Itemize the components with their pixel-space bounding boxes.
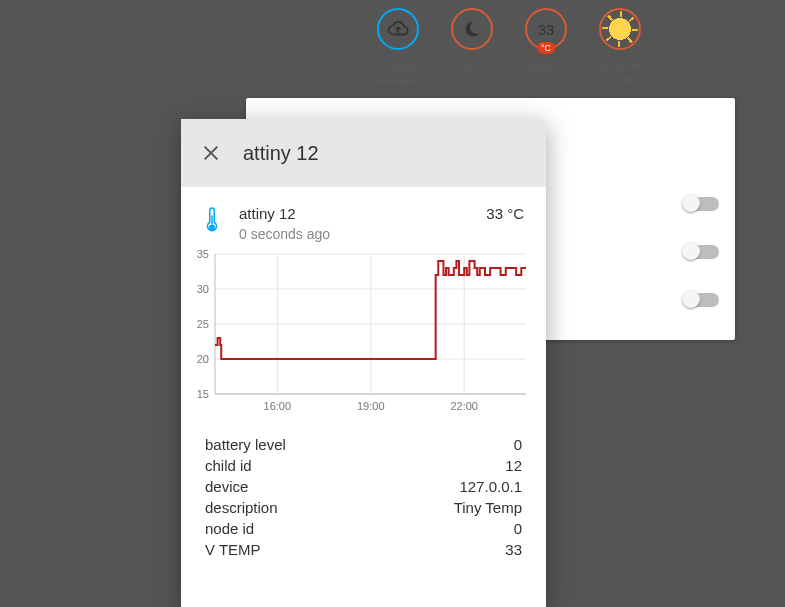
sensor-summary: attiny 12 0 seconds ago 33 °C <box>181 187 546 248</box>
dialog-title: attiny 12 <box>243 142 319 165</box>
attr-value: 12 <box>505 455 522 476</box>
svg-text:15: 15 <box>197 388 209 400</box>
badge-label: Update Available <box>376 60 420 88</box>
attributes-table: battery level0 child id12 device127.0.0.… <box>181 418 546 560</box>
attr-value: 0 <box>514 434 522 455</box>
badge-row: Update Available Sun 33 °C attiny 12 Wea… <box>370 8 648 88</box>
sensor-age: 0 seconds ago <box>239 226 468 242</box>
chart-svg: 152025303516:0019:0022:00 <box>185 248 532 418</box>
attr-value: 127.0.0.1 <box>459 476 522 497</box>
svg-point-1 <box>209 225 215 231</box>
attr-row: child id12 <box>205 455 522 476</box>
attr-value: 33 <box>505 539 522 560</box>
svg-text:16:00: 16:00 <box>264 400 292 412</box>
svg-text:30: 30 <box>197 283 209 295</box>
badge-update[interactable]: Update Available <box>370 8 426 88</box>
dialog-header: attiny 12 <box>181 119 546 187</box>
moon-icon <box>462 19 482 39</box>
attr-key: V TEMP <box>205 539 261 560</box>
attr-row: device127.0.0.1 <box>205 476 522 497</box>
attr-row: node id0 <box>205 518 522 539</box>
attr-row: V TEMP33 <box>205 539 522 560</box>
attr-key: battery level <box>205 434 286 455</box>
sensor-name: attiny 12 <box>239 205 468 222</box>
badge-label: attiny 12 <box>525 60 567 74</box>
cloud-upload-icon <box>387 18 409 40</box>
attr-row: battery level0 <box>205 434 522 455</box>
attr-value: 0 <box>514 518 522 539</box>
close-icon[interactable] <box>201 143 221 163</box>
history-chart: 152025303516:0019:0022:00 <box>181 248 546 418</box>
attr-key: device <box>205 476 248 497</box>
toggle-switch[interactable] <box>683 244 719 260</box>
attr-row: descriptionTiny Temp <box>205 497 522 518</box>
attr-key: node id <box>205 518 254 539</box>
badge-unit-pill: °C <box>537 42 555 54</box>
svg-text:20: 20 <box>197 353 209 365</box>
badge-value: 33 <box>538 21 555 38</box>
attr-value: Tiny Temp <box>454 497 522 518</box>
attr-key: child id <box>205 455 252 476</box>
sensor-value: 33 °C <box>486 205 524 222</box>
toggle-switch[interactable] <box>683 292 719 308</box>
badge-sun-state[interactable]: Sun <box>444 8 500 88</box>
thermometer-icon <box>203 205 221 235</box>
svg-rect-0 <box>211 216 213 225</box>
sun-icon <box>606 15 634 43</box>
svg-text:35: 35 <box>197 248 209 260</box>
badge-attiny[interactable]: 33 °C attiny 12 <box>518 8 574 88</box>
svg-text:25: 25 <box>197 318 209 330</box>
more-info-dialog: attiny 12 attiny 12 0 seconds ago 33 °C … <box>181 119 546 607</box>
attr-key: description <box>205 497 278 518</box>
toggle-switch[interactable] <box>683 196 719 212</box>
badge-weather[interactable]: Weather Symbol <box>592 8 648 88</box>
badge-label: Weather Symbol <box>599 60 640 88</box>
svg-text:22:00: 22:00 <box>450 400 478 412</box>
svg-text:19:00: 19:00 <box>357 400 385 412</box>
badge-label: Sun <box>462 60 482 74</box>
